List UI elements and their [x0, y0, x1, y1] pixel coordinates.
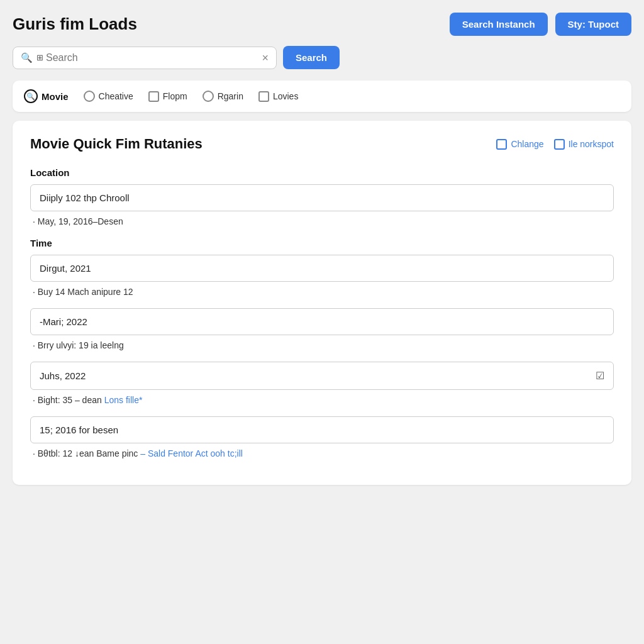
besen-value: 15; 2016 for besen [40, 425, 118, 435]
card-title: Movie Quick Fim Rutanies [30, 136, 203, 152]
location-bullet: May, 19, 2016–Desen [30, 216, 614, 226]
checkbox-icon [148, 91, 159, 102]
norkspot-action[interactable]: Ile norkspot [554, 139, 614, 150]
juhs-field[interactable]: Juhs, 2022 ☑ [30, 362, 614, 390]
checkbox-blue-icon2 [554, 139, 565, 150]
filter-rgarin[interactable]: Rgarin [203, 91, 243, 102]
search-instance-button[interactable]: Search Instanch [450, 13, 548, 36]
chlange-action[interactable]: Chlange [496, 139, 543, 150]
radio-icon [203, 91, 214, 102]
filter-active-movie[interactable]: 🔍 Movie [24, 89, 69, 103]
location-section: Location Diiply 102 thp Chrooll May, 19,… [30, 167, 614, 226]
location-label: Location [30, 167, 614, 178]
location-field[interactable]: Diiply 102 thp Chrooll [30, 184, 614, 211]
filter-label-cheative: Cheative [99, 91, 133, 101]
time-field[interactable]: Dirgut, 2021 [30, 255, 614, 282]
filter-active-label: Movie [42, 91, 69, 102]
filter-label-lovies: Lovies [273, 91, 298, 101]
filter-panel: 🔍 Movie Cheative Flopm Rgarin Lovies [13, 80, 631, 112]
filter-flopm[interactable]: Flopm [148, 91, 187, 102]
juhs-bullet-text: Bight: 35 – dean [38, 395, 102, 405]
mari-field[interactable]: -Mari; 2022 [30, 308, 614, 335]
besen-section: 15; 2016 for besen Bθtbl: 12 ↓ean Bame p… [30, 416, 614, 458]
checkbox-icon [258, 91, 269, 102]
search-input[interactable] [46, 52, 262, 64]
filter-lovies[interactable]: Lovies [258, 91, 298, 102]
radio-icon [84, 91, 95, 102]
mari-bullet-text: Βrry ulvyi: 19 ia leelng [38, 340, 124, 350]
main-card: Movie Quick Fim Rutanies Chlange Ile nor… [13, 121, 631, 485]
page-header: Guris fim Loads Search Instanch Sty: Tup… [13, 13, 631, 36]
chlange-label: Chlange [511, 139, 543, 149]
mari-bullet: Βrry ulvyi: 19 ia leelng [30, 340, 614, 350]
style-button[interactable]: Sty: Tupoct [555, 13, 631, 36]
time-bullet-text: Buy 14 Mach anipure 12 [38, 287, 133, 297]
besen-bullet-text: Bθtbl: 12 ↓ean Bame pinc [38, 448, 138, 458]
norkspot-label: Ile norkspot [569, 139, 614, 149]
clear-button[interactable]: × [262, 52, 269, 64]
search-button[interactable]: Search [283, 46, 340, 69]
time-value: Dirgut, 2021 [40, 263, 91, 274]
mari-section: -Mari; 2022 Βrry ulvyi: 19 ia leelng [30, 308, 614, 350]
search-input-wrapper: 🔍 ⊞ × [13, 47, 277, 69]
mari-value: -Mari; 2022 [40, 316, 87, 327]
juhs-section: Juhs, 2022 ☑ Bight: 35 – dean Lons fille… [30, 362, 614, 405]
search-icon: 🔍 [21, 52, 33, 64]
filter-label-rgarin: Rgarin [218, 91, 243, 101]
location-bullet-text: May, 19, 2016–Desen [38, 216, 123, 226]
juhs-value: Juhs, 2022 [40, 370, 86, 381]
time-label: Time [30, 238, 614, 248]
juhs-link[interactable]: Lons fille* [104, 395, 143, 405]
calendar-icon: ☑ [596, 370, 604, 382]
card-actions: Chlange Ile norkspot [496, 139, 614, 150]
location-value: Diiply 102 thp Chrooll [40, 192, 130, 203]
page-title: Guris fim Loads [13, 14, 442, 34]
time-section: Time Dirgut, 2021 Buy 14 Mach anipure 12 [30, 238, 614, 297]
search-bar-row: 🔍 ⊞ × Search [13, 46, 631, 69]
time-bullet: Buy 14 Mach anipure 12 [30, 287, 614, 297]
search-circle-icon: 🔍 [24, 89, 38, 103]
juhs-bullet: Bight: 35 – dean Lons fille* [30, 395, 614, 405]
filter-label-flopm: Flopm [163, 91, 187, 101]
grid-icon: ⊞ [36, 53, 43, 62]
besen-field[interactable]: 15; 2016 for besen [30, 416, 614, 443]
card-header: Movie Quick Fim Rutanies Chlange Ile nor… [30, 136, 614, 152]
checkbox-blue-icon [496, 139, 507, 150]
filter-cheative[interactable]: Cheative [84, 91, 133, 102]
besen-bullet: Bθtbl: 12 ↓ean Bame pinc – Sald Fentor A… [30, 448, 614, 458]
besen-link[interactable]: – Sald Fentor Act ooh tc;ill [140, 448, 243, 458]
